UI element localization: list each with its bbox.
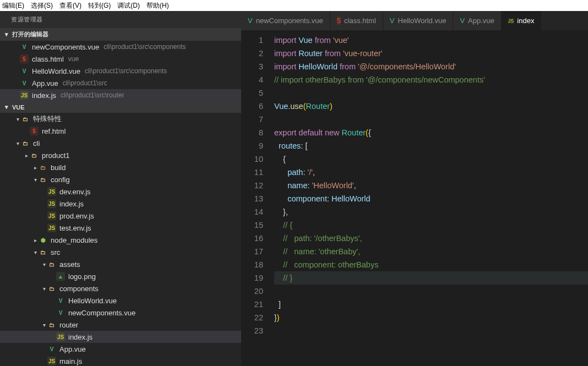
js-icon: JS	[47, 199, 56, 208]
tree-item[interactable]: VHelloWorld.vue	[0, 294, 241, 307]
twisty-icon: ▸	[23, 152, 30, 159]
editor-tab[interactable]: VApp.vue	[453, 11, 501, 30]
tree-label: components	[59, 285, 99, 293]
tree-label: build	[51, 163, 66, 172]
tree-item[interactable]: VApp.vue	[0, 343, 241, 355]
file-name: newComponents.vue	[32, 43, 99, 51]
tree-label: main.js	[59, 357, 82, 365]
editor-tab[interactable]: VnewComponents.vue	[241, 11, 330, 30]
tree-item[interactable]: ▸🗀build	[0, 161, 241, 173]
html-icon: 5	[30, 127, 39, 135]
code-content[interactable]: import Vue from 'vue'import Router from …	[274, 30, 588, 366]
vue-icon: V	[460, 17, 465, 25]
open-editor-item[interactable]: VApp.vuecli\product1\src	[0, 77, 241, 89]
js-icon: JS	[508, 18, 514, 24]
tree-label: logo.png	[68, 272, 96, 281]
tree-label: prod.env.js	[59, 212, 94, 220]
tree-label: index.js	[68, 333, 92, 341]
tree-item[interactable]: JStest.env.js	[0, 222, 241, 234]
menu-item[interactable]: 查看(V)	[59, 1, 81, 10]
twisty-icon: ▾	[32, 177, 39, 183]
chevron-down-icon: ▾	[3, 103, 10, 111]
image-icon: ▲	[56, 272, 65, 281]
js-icon: JS	[47, 211, 56, 220]
menu-item[interactable]: 调试(D)	[117, 1, 140, 10]
js-icon: JS	[47, 223, 56, 232]
folder-open-icon: 🗀	[39, 175, 47, 184]
tree-item[interactable]: ▾🗀assets	[0, 258, 241, 270]
tree-item[interactable]: ▾🗀router	[0, 319, 241, 331]
folder-icon: 🗀	[39, 163, 47, 172]
editor-tab[interactable]: VHelloWorld.vue	[383, 11, 454, 30]
file-path: cli\product1\src	[63, 79, 107, 87]
tree-item[interactable]: JSindex.js	[0, 331, 241, 343]
editor-area: VnewComponents.vue5class.htmlVHelloWorld…	[241, 11, 588, 366]
vue-icon: V	[56, 296, 65, 305]
line-numbers: 1234567891011121314151617181920212223	[241, 30, 274, 366]
twisty-icon: ▾	[32, 249, 39, 255]
twisty-icon: ▾	[41, 286, 47, 292]
js-icon: JS	[56, 332, 65, 341]
tree-item[interactable]: ▸🗀product1	[0, 149, 241, 161]
tab-label: App.vue	[468, 17, 494, 25]
open-editors-label: 打开的编辑器	[12, 30, 48, 39]
code-editor[interactable]: 1234567891011121314151617181920212223 im…	[241, 30, 588, 366]
open-editor-item[interactable]: JSindex.jscli\product1\src\router	[0, 89, 241, 101]
tree-label: test.env.js	[59, 224, 91, 232]
tree-label: index.js	[59, 200, 84, 208]
editor-tab[interactable]: 5class.html	[330, 11, 383, 30]
open-editor-item[interactable]: VHelloWorld.vuecli\product1\src\componen…	[0, 65, 241, 77]
file-path: cli\product1\src\components	[85, 67, 167, 75]
tree-item[interactable]: ▾🗀components	[0, 282, 241, 294]
js-icon: JS	[47, 357, 56, 365]
js-icon: JS	[47, 187, 56, 196]
menu-item[interactable]: 编辑(E)	[2, 1, 24, 10]
vue-icon: V	[390, 17, 395, 25]
open-editors-header[interactable]: ▾ 打开的编辑器	[0, 28, 241, 41]
twisty-icon: ▾	[41, 322, 47, 328]
tree-item[interactable]: ▾🗀特殊特性	[0, 113, 241, 125]
tab-label: class.html	[344, 17, 376, 25]
menu-item[interactable]: 转到(G)	[88, 1, 111, 10]
file-name: index.js	[32, 91, 56, 100]
tree-item[interactable]: ▸⬢node_modules	[0, 234, 241, 246]
twisty-icon: ▸	[32, 237, 39, 243]
open-editor-item[interactable]: VnewComponents.vuecli\product1\src\compo…	[0, 41, 241, 53]
tree-label: newComponents.vue	[68, 309, 135, 317]
vue-icon: V	[47, 345, 56, 353]
tab-label: HelloWorld.vue	[398, 17, 447, 25]
explorer-title: 资源管理器	[0, 11, 241, 28]
tree-item[interactable]: ▾🗀config	[0, 173, 241, 185]
open-editors-list: VnewComponents.vuecli\product1\src\compo…	[0, 41, 241, 101]
tree-item[interactable]: VnewComponents.vue	[0, 307, 241, 319]
tree-item[interactable]: JSdev.env.js	[0, 185, 241, 198]
tree-item[interactable]: JSindex.js	[0, 198, 241, 210]
menubar: 编辑(E)选择(S)查看(V)转到(G)调试(D)帮助(H)	[0, 0, 588, 11]
tree-item[interactable]: JSmain.js	[0, 355, 241, 366]
tree-item[interactable]: 5ref.html	[0, 125, 241, 137]
file-name: HelloWorld.vue	[32, 67, 80, 75]
vue-icon: V	[56, 308, 65, 317]
folder-open-icon: 🗀	[21, 114, 30, 123]
menu-item[interactable]: 帮助(H)	[146, 1, 169, 10]
js-icon: JS	[20, 91, 29, 100]
tree-item[interactable]: ▾🗀cli	[0, 137, 241, 149]
html-icon: 5	[337, 17, 341, 25]
tree-item[interactable]: ▲logo.png	[0, 270, 241, 282]
file-path: cli\product1\src\router	[61, 91, 124, 99]
tree-item[interactable]: ▾🗀src	[0, 246, 241, 258]
node-icon: ⬢	[39, 236, 47, 244]
twisty-icon: ▾	[14, 140, 21, 146]
open-editor-item[interactable]: 5class.htmlvue	[0, 53, 241, 65]
file-name: class.html	[32, 55, 64, 63]
editor-tabs: VnewComponents.vue5class.htmlVHelloWorld…	[241, 11, 588, 30]
tree-label: HelloWorld.vue	[68, 297, 117, 305]
menu-item[interactable]: 选择(S)	[31, 1, 53, 10]
root-header[interactable]: ▾ VUE	[0, 101, 241, 113]
twisty-icon: ▾	[14, 116, 21, 122]
editor-tab[interactable]: JSindex	[502, 11, 542, 30]
html-icon: 5	[20, 54, 29, 63]
tree-item[interactable]: JSprod.env.js	[0, 210, 241, 222]
folder-open-icon: 🗀	[47, 260, 56, 269]
tree-label: ref.html	[42, 127, 66, 135]
